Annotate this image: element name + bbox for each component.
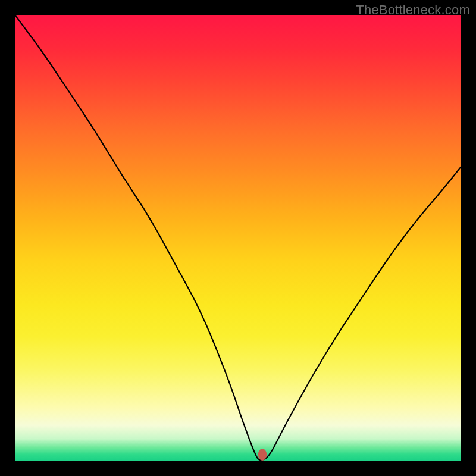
- chart-frame: TheBottleneck.com: [0, 0, 476, 476]
- bottleneck-curve: [15, 15, 461, 461]
- optimal-point-marker: [258, 449, 267, 461]
- plot-area: [15, 15, 461, 461]
- watermark-text: TheBottleneck.com: [356, 2, 470, 18]
